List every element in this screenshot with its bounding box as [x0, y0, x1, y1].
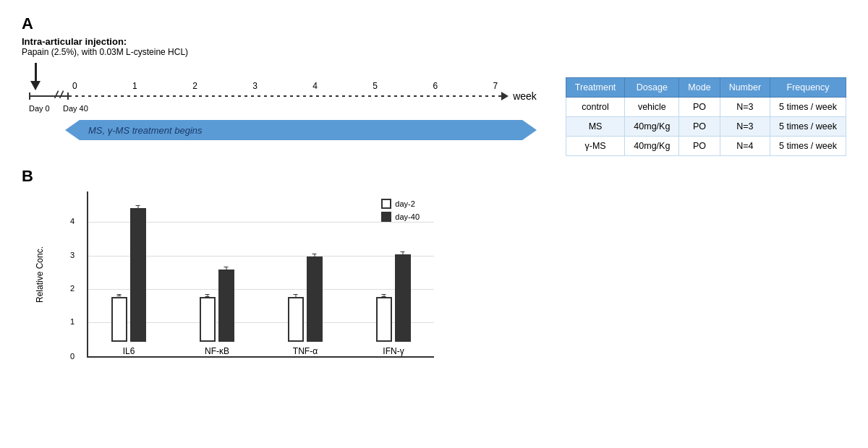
timeline-left: / / 0 1 2 3 4 5: [22, 63, 537, 140]
legend-box-white: [381, 199, 391, 209]
bar-day2-3: [376, 297, 392, 342]
table-row: γ-MS40mg/KgPON=45 times / week: [566, 137, 846, 156]
table-cell-2-1: 40mg/Kg: [625, 137, 679, 156]
y-axis-label-container: Relative Conc.: [22, 191, 58, 358]
week-3: 3: [252, 81, 258, 91]
day-labels: Day 0 Day 40: [29, 104, 537, 117]
legend-label-day40: day-40: [395, 212, 420, 221]
week-5: 5: [373, 81, 378, 91]
error-day40-2: [315, 254, 315, 257]
treatment-text: MS, γ-MS treatment begins: [88, 125, 203, 136]
chart-inner: 4 3 2 1 0 IL6NF-κBTNF-αIFN-γ: [87, 191, 434, 358]
table-cell-1-3: N=3: [720, 117, 770, 137]
bar-day40-2: [307, 257, 323, 342]
table-cell-0-4: 5 times / week: [770, 98, 846, 117]
x-label-0: IL6: [123, 346, 135, 356]
panel-a: A Intra-articular injection: Papain (2.5…: [22, 14, 846, 156]
bar-group-IFN-γ: IFN-γ: [360, 208, 427, 356]
table-cell-0-0: control: [566, 98, 625, 117]
slash2: /: [59, 88, 64, 101]
day40-label: Day 40: [63, 104, 88, 113]
error-day40-0: [138, 205, 139, 209]
th-dosage: Dosage: [625, 78, 679, 98]
bar-day40-0: [130, 208, 146, 342]
week-7: 7: [493, 81, 498, 91]
blue-left-triangle: [65, 120, 80, 140]
week-label: week: [513, 90, 537, 102]
day0-label: Day 0: [29, 104, 50, 113]
timeline-arrowhead: [501, 92, 509, 100]
error-day40-3: [403, 251, 404, 257]
panel-b-label: B: [22, 167, 846, 186]
error-day2-3: [384, 294, 385, 297]
y-axis-label: Relative Conc.: [35, 246, 45, 303]
week-1: 1: [132, 81, 137, 91]
table-cell-2-0: γ-MS: [566, 137, 625, 156]
treatment-table: Treatment Dosage Mode Number Frequency c…: [566, 77, 846, 156]
x-label-2: TNF-α: [293, 346, 318, 356]
th-treatment: Treatment: [566, 78, 625, 98]
injection-arrow-shaft: [35, 63, 37, 83]
ytick-4: 4: [70, 217, 75, 225]
treatment-arrow-row: MS, γ-MS treatment begins: [65, 120, 537, 140]
legend-item-day2: day-2: [381, 199, 420, 209]
dashed-line: [69, 95, 501, 97]
table-cell-2-2: PO: [679, 137, 720, 156]
legend-label-day2: day-2: [395, 199, 415, 208]
table-cell-2-4: 5 times / week: [770, 137, 846, 156]
blue-right-arrow: [522, 120, 537, 140]
chart-area: Relative Conc. 4 3 2 1: [22, 191, 846, 358]
table-cell-0-2: PO: [679, 98, 720, 117]
table-cell-0-3: N=3: [720, 98, 770, 117]
ytick-0: 0: [70, 353, 75, 361]
bar-chart: 4 3 2 1 0 IL6NF-κBTNF-αIFN-γ: [87, 191, 434, 358]
bar-day2-1: [200, 297, 216, 342]
table-cell-1-4: 5 times / week: [770, 117, 846, 137]
table-cell-0-1: vehicle: [625, 98, 679, 117]
table-row: controlvehiclePON=35 times / week: [566, 98, 846, 117]
blue-bar: MS, γ-MS treatment begins: [80, 120, 522, 140]
dashed-timeline: 0 1 2 3 4 5 6 7: [69, 95, 501, 97]
panel-a-label: A: [22, 14, 846, 33]
bar-day40-3: [395, 254, 411, 342]
x-label-3: IFN-γ: [383, 346, 404, 356]
injection-subtitle: Papain (2.5%), with 0.03M L-cysteine HCL…: [22, 47, 846, 57]
error-day40-1: [226, 267, 227, 271]
error-day2-2: [296, 294, 297, 298]
bar-group-TNF-α: TNF-α: [272, 208, 339, 356]
ytick-2: 2: [70, 285, 75, 293]
injection-arrowhead: [30, 81, 41, 90]
legend-item-day40: day-40: [381, 212, 420, 222]
bar-group-IL6: IL6: [95, 208, 162, 356]
th-frequency: Frequency: [770, 78, 846, 98]
table-cell-1-2: PO: [679, 117, 720, 137]
injection-title: Intra-articular injection:: [22, 36, 846, 47]
legend: day-2 day-40: [381, 199, 420, 225]
timeline-area: / / 0 1 2 3 4 5: [22, 63, 846, 156]
table-row: MS40mg/KgPON=35 times / week: [566, 117, 846, 137]
x-label-1: NF-κB: [205, 346, 229, 356]
bar-day2-0: [111, 297, 127, 342]
ytick-3: 3: [70, 251, 75, 259]
week-4: 4: [312, 81, 318, 91]
solid-segment: / /: [29, 95, 69, 97]
tick-day0: [29, 92, 30, 100]
ytick-1: 1: [70, 318, 75, 326]
week-2: 2: [192, 81, 197, 91]
table-container: Treatment Dosage Mode Number Frequency c…: [551, 77, 846, 156]
week-axis-row: / / 0 1 2 3 4 5: [29, 90, 537, 102]
bar-day2-2: [288, 297, 304, 342]
bar-group-NF-κB: NF-κB: [184, 208, 250, 356]
table-cell-1-0: MS: [566, 117, 625, 137]
error-day2-1: [208, 294, 208, 297]
error-day2-0: [119, 294, 120, 296]
table-cell-1-1: 40mg/Kg: [625, 117, 679, 137]
th-number: Number: [720, 78, 770, 98]
th-mode: Mode: [679, 78, 720, 98]
bar-day40-1: [218, 270, 234, 342]
week-0: 0: [72, 81, 77, 91]
table-cell-2-3: N=4: [720, 137, 770, 156]
week-numbers: 0 1 2 3 4 5 6 7: [69, 81, 501, 91]
week-6: 6: [433, 81, 438, 91]
panel-b: B Relative Conc. 4 3 2: [22, 167, 846, 358]
